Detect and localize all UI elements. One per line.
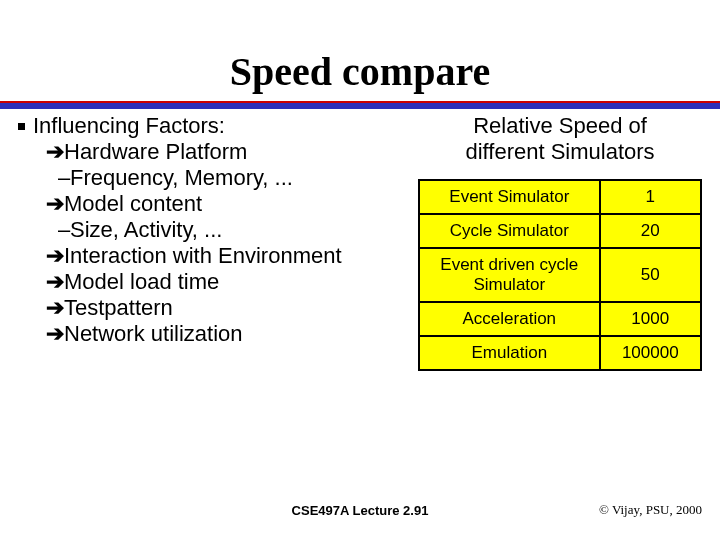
item-4-label: Testpattern [64, 295, 173, 320]
cell-value: 1 [600, 180, 702, 214]
table-row: Event Simulator 1 [419, 180, 701, 214]
square-bullet-icon [18, 123, 25, 130]
content-area: Influencing Factors: ➔Hardware Platform … [0, 109, 720, 371]
cell-value: 1000 [600, 302, 702, 336]
arrow-icon: ➔ [46, 269, 64, 294]
item-1-label: Model content [64, 191, 202, 216]
footer-right: © Vijay, PSU, 2000 [599, 502, 702, 518]
slide-title: Speed compare [0, 48, 720, 95]
heading-row: Influencing Factors: [18, 113, 410, 139]
cell-value: 20 [600, 214, 702, 248]
arrow-icon: ➔ [46, 295, 64, 320]
item-0-sub-label: Frequency, Memory, ... [70, 165, 293, 190]
item-3-label: Model load time [64, 269, 219, 294]
left-heading: Influencing Factors: [33, 113, 225, 139]
item-1-sub: – Size, Activity, ... [18, 217, 410, 243]
item-0: ➔Hardware Platform [18, 139, 410, 165]
item-0-label: Hardware Platform [64, 139, 247, 164]
right-column: Relative Speed of different Simulators E… [410, 113, 702, 371]
table-row: Emulation 100000 [419, 336, 701, 370]
table-title-line1: Relative Speed of [473, 113, 647, 138]
left-column: Influencing Factors: ➔Hardware Platform … [18, 113, 410, 371]
title-divider [0, 103, 720, 109]
arrow-icon: ➔ [46, 243, 64, 268]
item-2: ➔Interaction with Environment [18, 243, 410, 269]
item-5-label: Network utilization [64, 321, 243, 346]
item-5: ➔Network utilization [18, 321, 410, 347]
table-row: Acceleration 1000 [419, 302, 701, 336]
arrow-icon: ➔ [46, 139, 64, 164]
item-1-sub-label: Size, Activity, ... [70, 217, 222, 242]
cell-name: Cycle Simulator [419, 214, 599, 248]
cell-name: Emulation [419, 336, 599, 370]
table-title: Relative Speed of different Simulators [418, 113, 702, 165]
item-0-sub: – Frequency, Memory, ... [18, 165, 410, 191]
speed-table: Event Simulator 1 Cycle Simulator 20 Eve… [418, 179, 702, 371]
cell-name: Event driven cycle Simulator [419, 248, 599, 302]
cell-value: 100000 [600, 336, 702, 370]
item-3: ➔Model load time [18, 269, 410, 295]
arrow-icon: ➔ [46, 191, 64, 216]
table-row: Cycle Simulator 20 [419, 214, 701, 248]
table-row: Event driven cycle Simulator 50 [419, 248, 701, 302]
cell-value: 50 [600, 248, 702, 302]
item-1: ➔Model content [18, 191, 410, 217]
item-2-label: Interaction with Environment [64, 243, 342, 268]
cell-name: Acceleration [419, 302, 599, 336]
dash-icon: – [58, 217, 70, 243]
table-title-line2: different Simulators [465, 139, 654, 164]
cell-name: Event Simulator [419, 180, 599, 214]
arrow-icon: ➔ [46, 321, 64, 346]
dash-icon: – [58, 165, 70, 191]
item-4: ➔Testpattern [18, 295, 410, 321]
